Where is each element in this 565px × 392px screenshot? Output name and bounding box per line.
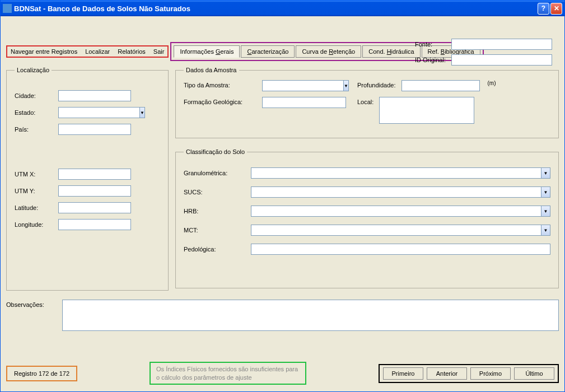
hrb-input[interactable] <box>251 206 541 217</box>
tipo-amostra-label: Tipo da Amostra: <box>184 80 256 88</box>
menubar: Navegar entre Registros Localizar Relató… <box>6 45 169 58</box>
estado-input[interactable] <box>58 107 139 118</box>
mct-label: MCT: <box>184 227 245 234</box>
sucs-label: SUCS: <box>184 189 245 195</box>
warning-message: Os Índices Físicos fornecidos são insufi… <box>150 362 306 385</box>
sucs-input[interactable] <box>251 186 541 198</box>
menu-sair[interactable]: Sair <box>153 48 165 55</box>
profundidade-label: Profundidade: <box>357 80 396 88</box>
utmx-input[interactable] <box>58 169 131 180</box>
formacao-label: Formação Geológica: <box>184 97 256 105</box>
profundidade-unit: (m) <box>488 80 496 86</box>
dados-amostra-group: Dados da Amostra Tipo da Amostra: ▼ Prof… <box>175 67 559 138</box>
menu-navegar[interactable]: Navegar entre Registros <box>11 48 77 55</box>
chevron-down-icon[interactable]: ▼ <box>541 186 550 198</box>
localizacao-group: Localização Cidade: Estado: ▼ País: UTM … <box>6 67 169 291</box>
registro-status: Registro 172 de 172 <box>6 366 77 381</box>
cidade-input[interactable] <box>58 90 131 101</box>
chevron-down-icon[interactable]: ▼ <box>541 225 550 236</box>
dados-amostra-legend: Dados da Amostra <box>184 67 239 73</box>
latitude-label: Latitude: <box>15 204 54 211</box>
longitude-label: Longitude: <box>15 221 54 228</box>
chevron-down-icon[interactable]: ▼ <box>343 80 349 91</box>
close-button[interactable]: ✕ <box>550 3 562 15</box>
ultimo-button[interactable]: Último <box>514 367 554 380</box>
latitude-input[interactable] <box>58 202 131 213</box>
titlebar: BDNSat - Banco de Dados de Solos Não Sat… <box>1 1 564 16</box>
granulometrica-combobox[interactable]: ▼ <box>251 167 550 179</box>
longitude-input[interactable] <box>58 219 131 230</box>
proximo-button[interactable]: Próximo <box>470 367 511 380</box>
sucs-combobox[interactable]: ▼ <box>251 186 550 198</box>
chevron-down-icon[interactable]: ▼ <box>541 167 550 179</box>
observacoes-row: Observações: <box>6 300 559 331</box>
estado-label: Estado: <box>15 109 54 116</box>
tab-informacoes-gerais[interactable]: Informações Gerais <box>174 45 240 58</box>
primeiro-button[interactable]: Primeiro <box>383 367 423 380</box>
tipo-amostra-input[interactable] <box>262 80 343 91</box>
cidade-label: Cidade: <box>15 92 54 99</box>
footer: Registro 172 de 172 Os Índices Físicos f… <box>6 362 559 385</box>
profundidade-input[interactable] <box>401 80 480 91</box>
hrb-combobox[interactable]: ▼ <box>251 206 550 217</box>
nav-buttons: Primeiro Anterior Próximo Último <box>379 364 559 383</box>
localizacao-legend: Localização <box>15 67 52 73</box>
pais-input[interactable] <box>58 124 131 135</box>
pedologica-label: Pedológica: <box>184 246 245 253</box>
granulometrica-label: Granulométrica: <box>184 170 245 176</box>
id-original-label: ID Original: <box>415 57 446 63</box>
app-icon <box>3 4 12 13</box>
local-input[interactable] <box>379 97 474 124</box>
menu-relatorios[interactable]: Relatórios <box>118 48 146 55</box>
chevron-down-icon[interactable]: ▼ <box>139 107 145 118</box>
tipo-amostra-combobox[interactable]: ▼ <box>262 80 346 91</box>
classificacao-group: Classificação do Solo Granulométrica: ▼ … <box>175 148 559 288</box>
app-window: BDNSat - Banco de Dados de Solos Não Sat… <box>0 0 565 392</box>
anterior-button[interactable]: Anterior <box>427 367 467 380</box>
hrb-label: HRB: <box>184 208 245 214</box>
pais-label: País: <box>15 126 54 133</box>
classificacao-legend: Classificação do Solo <box>184 148 247 155</box>
tab-cond-hidraulica[interactable]: Cond. Hidráulica <box>362 45 420 58</box>
fonte-input[interactable] <box>451 39 552 50</box>
formacao-input[interactable] <box>262 97 346 108</box>
observacoes-input[interactable] <box>62 300 559 331</box>
utmx-label: UTM X: <box>15 171 54 178</box>
menu-localizar[interactable]: Localizar <box>85 48 110 55</box>
observacoes-label: Observações: <box>6 300 57 308</box>
help-button[interactable]: ? <box>538 3 549 15</box>
granulometrica-input[interactable] <box>251 167 541 179</box>
local-label: Local: <box>357 97 373 105</box>
window-title: BDNSat - Banco de Dados de Solos Não Sat… <box>14 4 538 13</box>
chevron-down-icon[interactable]: ▼ <box>541 206 550 217</box>
top-right-fields: Fonte: ID Original: <box>415 39 552 66</box>
mct-input[interactable] <box>251 225 541 236</box>
fonte-label: Fonte: <box>415 41 446 48</box>
id-original-input[interactable] <box>451 54 552 66</box>
tab-curva-retencao[interactable]: Curva de Retenção <box>296 45 361 58</box>
mct-combobox[interactable]: ▼ <box>251 225 550 236</box>
pedologica-input[interactable] <box>251 244 550 255</box>
tab-caracterizacao[interactable]: Caracterização <box>241 45 295 58</box>
utmy-input[interactable] <box>58 185 131 197</box>
estado-combobox[interactable]: ▼ <box>58 107 131 118</box>
utmy-label: UTM Y: <box>15 188 54 194</box>
